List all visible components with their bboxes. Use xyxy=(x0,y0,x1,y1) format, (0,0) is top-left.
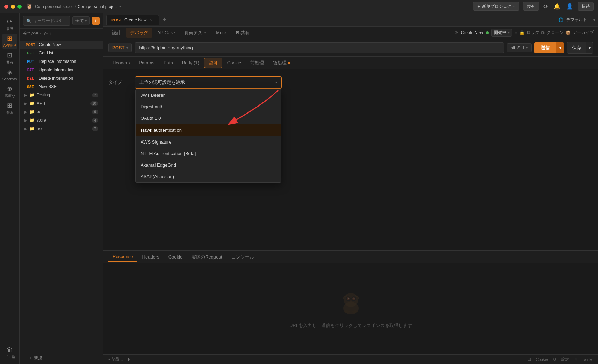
search-box[interactable]: 🔍 キーワード/URL xyxy=(23,16,70,26)
akamai-label: Akamai EdgeGrid xyxy=(141,162,176,168)
http-version-select[interactable]: http/1.1 ▾ xyxy=(507,43,532,52)
api-item-delete-information[interactable]: DEL Delete Information xyxy=(20,74,103,82)
breadcrumb-area: ⟳ Create New 開発中 ▾ ≡ 🔒 ロック ⧉ クローン 📦 アーカイ… xyxy=(455,29,594,37)
tab-more-icon[interactable]: ⋯ xyxy=(170,17,179,23)
add-icon[interactable]: + xyxy=(49,31,51,36)
nav-tab-mock[interactable]: Mock xyxy=(212,28,231,37)
minimize-button[interactable] xyxy=(11,5,15,9)
api-item-new-sse[interactable]: SSE New SSE xyxy=(20,82,103,91)
req-tab-body[interactable]: Body (1) xyxy=(178,58,203,67)
refresh-icon[interactable]: ⟳ xyxy=(542,2,549,11)
auth-dropdown-header[interactable]: 上位の認可設定を継承 ▾ xyxy=(135,77,281,88)
req-tab-pre[interactable]: 前処理 xyxy=(246,58,268,68)
resp-tab-headers[interactable]: Headers xyxy=(138,253,164,261)
simple-mode-button[interactable]: « 簡易モード xyxy=(108,357,131,362)
sidebar-item-api[interactable]: ⊞ API管理 xyxy=(2,34,17,49)
cookie-label[interactable]: Cookie xyxy=(536,357,548,362)
nav-tab-share[interactable]: ⊡ 共有 xyxy=(232,28,254,38)
sidebar-item-schemas[interactable]: ◈ Schemas xyxy=(2,67,17,82)
auth-option-aws[interactable]: AWS Signature xyxy=(136,136,281,148)
req-tab-params[interactable]: Params xyxy=(135,58,159,67)
folder-testing[interactable]: ▶ 📁 Testing 2 xyxy=(20,91,103,99)
grid-icon[interactable]: ⊞ xyxy=(528,357,531,362)
auth-option-hawk[interactable]: Hawk authentication xyxy=(136,124,281,136)
share-button[interactable]: 共有 xyxy=(523,2,539,11)
twitter-label[interactable]: Twitter xyxy=(582,357,593,362)
project-chevron-icon[interactable]: ▾ xyxy=(119,5,121,8)
url-input[interactable] xyxy=(135,42,504,53)
app-logo: 🦉 xyxy=(26,3,33,10)
api-item-create-new[interactable]: POST Create New xyxy=(20,41,103,49)
auth-option-digest[interactable]: Digest auth xyxy=(136,101,281,112)
sidebar-item-trash[interactable]: 🗑 ゴミ箱 xyxy=(2,345,17,361)
sidebar-item-history[interactable]: ⟳ 履歴 xyxy=(2,17,17,32)
req-tab-path[interactable]: Path xyxy=(159,58,177,67)
close-button[interactable] xyxy=(4,5,8,9)
new-tab-button[interactable]: + xyxy=(160,16,168,23)
svg-point-8 xyxy=(353,298,354,299)
nav-tab-loadtest[interactable]: 負荷テスト xyxy=(180,28,211,38)
archive-icon[interactable]: 📦 xyxy=(565,30,571,35)
folder-apis[interactable]: ▶ 📁 APIs 10 xyxy=(20,99,103,108)
lines-icon[interactable]: ≡ xyxy=(515,30,517,35)
folder-icon: 📁 xyxy=(29,109,35,114)
invite-button[interactable]: 招待 xyxy=(578,2,594,11)
new-project-button[interactable]: ＋ 新規プロジェクト xyxy=(473,2,519,11)
resp-cookie-label: Cookie xyxy=(168,254,182,260)
api-item-replace-information[interactable]: PUT Replace Information xyxy=(20,57,103,66)
add-api-button[interactable]: + xyxy=(92,17,100,25)
folder-store[interactable]: ▶ 📁 store 4 xyxy=(20,116,103,124)
tab-method-badge: POST xyxy=(111,18,122,22)
add-new-button[interactable]: + ＋ 新規 xyxy=(20,352,103,364)
save-button[interactable]: 保存 xyxy=(567,42,586,54)
auth-option-asap[interactable]: ASAP(Atlassian) xyxy=(136,171,281,182)
api-item-update-information[interactable]: PAT Update Information xyxy=(20,66,103,74)
maximize-button[interactable] xyxy=(17,5,22,9)
auth-option-ntlm[interactable]: NTLM Authentication [Beta] xyxy=(136,148,281,159)
bell-icon[interactable]: 🔔 xyxy=(553,2,562,11)
req-tab-headers[interactable]: Headers xyxy=(108,58,134,67)
auth-option-jwt[interactable]: JWT Bearer xyxy=(136,89,281,101)
api-item-get-list[interactable]: GET Get List xyxy=(20,49,103,57)
tab-close-icon[interactable]: ✕ xyxy=(149,18,154,22)
path-tab-label: Path xyxy=(164,60,173,65)
sidebar-item-advanced[interactable]: ⊕ 高度な xyxy=(2,84,17,99)
auth-type-dropdown[interactable]: 上位の認可設定を継承 ▾ JWT Bearer Digest auth OAut… xyxy=(135,76,282,89)
send-button[interactable]: 送信 xyxy=(534,42,556,53)
auth-option-oauth1[interactable]: OAuth 1.0 xyxy=(136,112,281,124)
req-tab-cookie[interactable]: Cookie xyxy=(223,58,245,67)
clone-icon[interactable]: ⧉ xyxy=(541,30,545,35)
folder-user[interactable]: ▶ 📁 user 7 xyxy=(20,124,103,133)
user-avatar[interactable]: 👤 xyxy=(565,2,574,11)
tab-create-new[interactable]: POST Create New ✕ xyxy=(106,15,159,25)
resp-tab-actual-request[interactable]: 実際のRequest xyxy=(187,252,226,262)
lock-icon[interactable]: 🔒 xyxy=(519,30,525,35)
req-tab-post[interactable]: 後処理 xyxy=(269,58,294,68)
nav-tab-debug[interactable]: デバッグ xyxy=(126,28,152,38)
resp-tab-cookie[interactable]: Cookie xyxy=(164,253,187,261)
more-icon[interactable]: ⋯ xyxy=(53,31,57,36)
method-select[interactable]: POST ▾ xyxy=(108,43,132,52)
env-select[interactable]: 開発中 ▾ xyxy=(491,29,512,37)
settings-label[interactable]: 設定 xyxy=(561,357,569,362)
send-arrow-button[interactable]: ▾ xyxy=(556,42,564,53)
sidebar-item-manage[interactable]: ⊞ 管理 xyxy=(2,101,17,116)
env-chevron-icon[interactable]: ▾ xyxy=(593,18,595,22)
owl-logo xyxy=(337,289,365,317)
sync-icon[interactable]: ⟳ xyxy=(44,31,48,36)
req-tab-auth[interactable]: 認可 xyxy=(204,58,222,68)
sidebar-item-share[interactable]: ⊡ 共有 xyxy=(2,50,17,66)
advanced-icon: ⊕ xyxy=(7,85,12,93)
tab-actions: 🌐 デフォルト... ▾ xyxy=(558,17,595,23)
settings-icon[interactable]: ⚙ xyxy=(553,357,556,362)
filter-button[interactable]: 全て ▾ xyxy=(72,16,90,25)
http-version-chevron-icon: ▾ xyxy=(526,46,528,50)
nav-tab-apicase[interactable]: APICase xyxy=(153,28,179,37)
resp-tab-response[interactable]: Response xyxy=(108,252,137,262)
folder-pet[interactable]: ▶ 📁 pet 9 xyxy=(20,108,103,116)
sync-icon-nav[interactable]: ⟳ xyxy=(455,30,458,35)
nav-tab-design[interactable]: 設計 xyxy=(108,28,125,38)
save-arrow-button[interactable]: ▾ xyxy=(586,42,593,54)
auth-option-akamai[interactable]: Akamai EdgeGrid xyxy=(136,159,281,171)
resp-tab-console[interactable]: コンソール xyxy=(227,252,258,262)
